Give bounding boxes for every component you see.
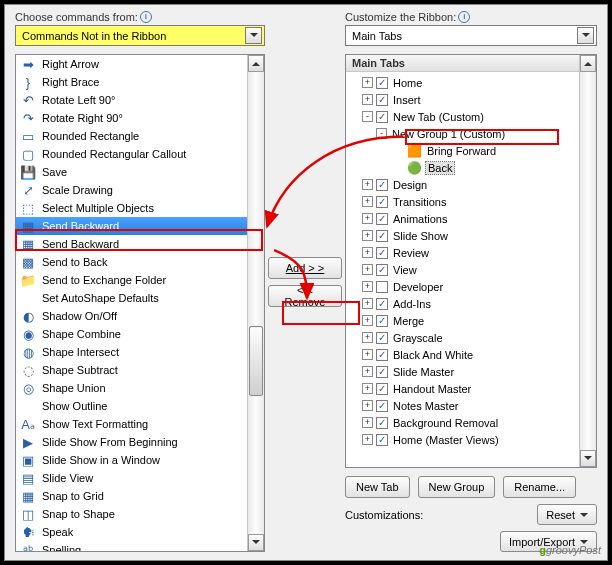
tree-item[interactable]: +✓Add-Ins (348, 295, 577, 312)
checkbox[interactable]: ✓ (376, 213, 388, 225)
tree-item[interactable]: +✓Slide Show (348, 227, 577, 244)
command-item[interactable]: ↷Rotate Right 90° (16, 109, 247, 127)
command-item[interactable]: ▭Rounded Rectangle (16, 127, 247, 145)
chevron-down-icon[interactable] (577, 27, 594, 44)
expand-icon[interactable]: + (362, 400, 373, 411)
reset-button[interactable]: Reset (537, 504, 597, 525)
checkbox[interactable]: ✓ (376, 366, 388, 378)
command-item[interactable]: 💾Save (16, 163, 247, 181)
tree-item[interactable]: +✓Background Removal (348, 414, 577, 431)
checkbox[interactable]: ✓ (376, 264, 388, 276)
command-item[interactable]: }Right Brace (16, 73, 247, 91)
checkbox[interactable]: ✓ (376, 247, 388, 259)
checkbox[interactable]: ✓ (376, 434, 388, 446)
tree-item[interactable]: +✓Home (Master Views) (348, 431, 577, 448)
command-item[interactable]: ◌Shape Subtract (16, 361, 247, 379)
command-item[interactable]: 🗣Speak (16, 523, 247, 541)
checkbox[interactable]: ✓ (376, 332, 388, 344)
expand-icon[interactable]: + (362, 213, 373, 224)
checkbox[interactable] (376, 281, 388, 293)
tree-item[interactable]: +✓Transitions (348, 193, 577, 210)
command-item[interactable]: ↶Rotate Left 90° (16, 91, 247, 109)
expand-icon[interactable]: + (362, 383, 373, 394)
command-item[interactable]: 📁Send to Exchange Folder (16, 271, 247, 289)
expand-icon[interactable]: + (362, 349, 373, 360)
expand-icon[interactable]: + (362, 247, 373, 258)
command-item[interactable]: Show Outline (16, 397, 247, 415)
tree-item[interactable]: +✓Black And White (348, 346, 577, 363)
command-item[interactable]: ▢Rounded Rectangular Callout (16, 145, 247, 163)
expand-icon[interactable]: + (362, 230, 373, 241)
command-item[interactable]: ▣Slide Show in a Window (16, 451, 247, 469)
command-item[interactable]: ➡Right Arrow (16, 55, 247, 73)
ribbon-tree[interactable]: Main Tabs +✓Home+✓Insert-✓New Tab (Custo… (345, 54, 597, 468)
command-item[interactable]: ▶Slide Show From Beginning (16, 433, 247, 451)
tree-item[interactable]: +✓Review (348, 244, 577, 261)
tree-item[interactable]: +✓View (348, 261, 577, 278)
checkbox[interactable]: ✓ (376, 111, 388, 123)
scrollbar[interactable] (247, 55, 264, 551)
tree-item[interactable]: -New Group 1 (Custom) (348, 125, 577, 142)
tree-item[interactable]: +✓Animations (348, 210, 577, 227)
expand-icon[interactable]: + (362, 77, 373, 88)
checkbox[interactable]: ✓ (376, 230, 388, 242)
add-button[interactable]: Add > > (268, 257, 342, 279)
command-item[interactable]: ▩Send to Back (16, 253, 247, 271)
rename-button[interactable]: Rename... (503, 476, 576, 498)
tree-item[interactable]: +✓Slide Master (348, 363, 577, 380)
checkbox[interactable]: ✓ (376, 179, 388, 191)
expand-icon[interactable]: + (362, 417, 373, 428)
command-item[interactable]: ⤢Scale Drawing (16, 181, 247, 199)
expand-icon[interactable]: + (362, 264, 373, 275)
command-item[interactable]: ⬚Select Multiple Objects (16, 199, 247, 217)
command-item[interactable]: ▤Slide View (16, 469, 247, 487)
command-item[interactable]: ᵃᵇSpelling... (16, 541, 247, 551)
expand-icon[interactable]: + (362, 196, 373, 207)
new-tab-button[interactable]: New Tab (345, 476, 410, 498)
commands-listbox[interactable]: ➡Right Arrow}Right Brace↶Rotate Left 90°… (15, 54, 265, 552)
expand-icon[interactable]: + (362, 315, 373, 326)
new-group-button[interactable]: New Group (418, 476, 496, 498)
command-item[interactable]: AₐShow Text Formatting (16, 415, 247, 433)
expand-icon[interactable]: + (362, 298, 373, 309)
command-item[interactable]: ▦Send Backward (16, 235, 247, 253)
commands-source-dropdown[interactable]: Commands Not in the Ribbon (15, 25, 265, 46)
command-item[interactable]: ▦Snap to Grid (16, 487, 247, 505)
tree-item[interactable]: +✓Notes Master (348, 397, 577, 414)
collapse-icon[interactable]: - (376, 128, 387, 139)
collapse-icon[interactable]: - (362, 111, 373, 122)
expand-icon[interactable]: + (362, 179, 373, 190)
checkbox[interactable]: ✓ (376, 400, 388, 412)
tree-item[interactable]: +✓Insert (348, 91, 577, 108)
scroll-up-button[interactable] (580, 55, 596, 72)
checkbox[interactable]: ✓ (376, 298, 388, 310)
scroll-up-button[interactable] (248, 55, 264, 72)
tree-item[interactable]: +✓Home (348, 74, 577, 91)
checkbox[interactable]: ✓ (376, 315, 388, 327)
scrollbar[interactable] (579, 55, 596, 467)
scroll-down-button[interactable] (580, 450, 596, 467)
expand-icon[interactable]: + (362, 434, 373, 445)
command-item[interactable]: ▦Send Backward (16, 217, 247, 235)
scroll-down-button[interactable] (248, 534, 264, 551)
checkbox[interactable]: ✓ (376, 77, 388, 89)
checkbox[interactable]: ✓ (376, 196, 388, 208)
expand-icon[interactable]: + (362, 366, 373, 377)
info-icon[interactable]: i (458, 11, 470, 23)
command-item[interactable]: Set AutoShape Defaults (16, 289, 247, 307)
expand-icon[interactable]: + (362, 332, 373, 343)
command-item[interactable]: ◎Shape Union (16, 379, 247, 397)
checkbox[interactable]: ✓ (376, 349, 388, 361)
checkbox[interactable]: ✓ (376, 417, 388, 429)
ribbon-scope-dropdown[interactable]: Main Tabs (345, 25, 597, 46)
remove-button[interactable]: < < Remove (268, 285, 342, 307)
tree-item[interactable]: 🟧Bring Forward (348, 142, 577, 159)
scroll-thumb[interactable] (249, 326, 263, 396)
expand-icon[interactable]: + (362, 94, 373, 105)
command-item[interactable]: ◍Shape Intersect (16, 343, 247, 361)
tree-item[interactable]: +✓Merge (348, 312, 577, 329)
tree-item[interactable]: 🟢Back (348, 159, 577, 176)
command-item[interactable]: ◫Snap to Shape (16, 505, 247, 523)
chevron-down-icon[interactable] (245, 27, 262, 44)
tree-item[interactable]: +✓Design (348, 176, 577, 193)
